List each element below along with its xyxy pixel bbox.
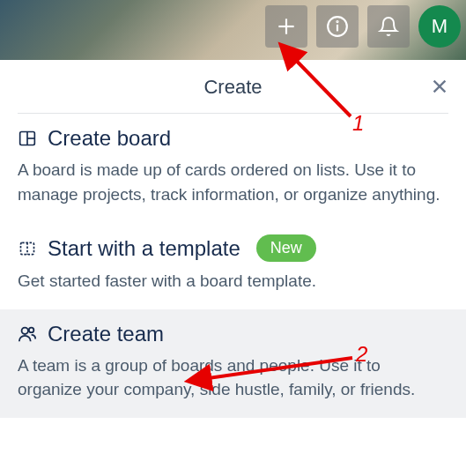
avatar[interactable]: M: [418, 5, 461, 48]
new-badge: New: [256, 234, 316, 262]
svg-point-13: [29, 327, 34, 332]
info-icon: [326, 15, 349, 38]
option-template-title: Start with a template: [48, 236, 240, 261]
option-create-board[interactable]: Create board A board is made up of cards…: [0, 114, 466, 222]
option-team-title: Create team: [48, 322, 164, 346]
notifications-button[interactable]: [367, 5, 410, 48]
plus-icon: [275, 15, 298, 38]
option-template-description: Get started faster with a board template…: [18, 269, 448, 294]
close-icon: [430, 77, 449, 96]
option-team-description: A team is a group of boards and people. …: [18, 353, 448, 402]
popup-title: Create: [35, 76, 431, 99]
popup-header: Create: [18, 60, 448, 114]
option-create-team[interactable]: Create team A team is a group of boards …: [0, 309, 466, 418]
svg-point-4: [337, 21, 337, 22]
option-board-description: A board is made up of cards ordered on l…: [18, 158, 448, 206]
bell-icon: [378, 16, 399, 37]
info-button[interactable]: [316, 5, 359, 48]
create-popup: Create Create board A board is made up o…: [0, 60, 466, 476]
team-icon: [18, 324, 37, 344]
option-start-template[interactable]: Start with a template New Get started fa…: [0, 222, 466, 309]
option-board-title: Create board: [48, 126, 171, 151]
template-icon: [18, 239, 37, 258]
close-button[interactable]: [425, 72, 454, 100]
avatar-initial: M: [432, 15, 448, 38]
svg-point-12: [22, 327, 28, 333]
board-icon: [18, 129, 37, 148]
create-plus-button[interactable]: [265, 5, 307, 48]
